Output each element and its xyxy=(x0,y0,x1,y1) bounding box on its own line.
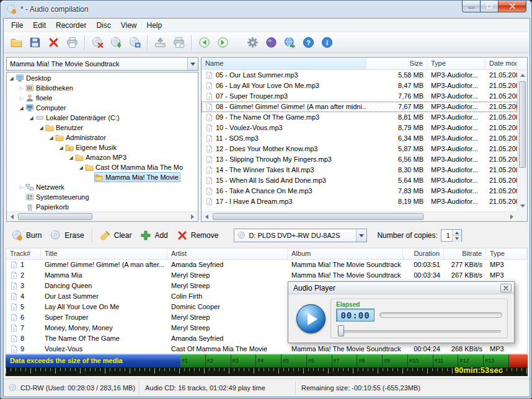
scroll-up-button[interactable] xyxy=(518,70,528,80)
file-row[interactable]: ♪15 - When All Is Said And Done.mp35,64 … xyxy=(202,175,517,186)
erase-disc-button[interactable] xyxy=(89,34,106,51)
file-row[interactable]: ♪11 - SOS.mp36,34 MBMP3-Audiofor...21.05… xyxy=(202,133,517,144)
file-row[interactable]: ♪12 - Does Your Mother Know.mp35,87 MBMP… xyxy=(202,144,517,154)
language-button[interactable] xyxy=(262,34,280,51)
scroll-right-button[interactable] xyxy=(507,212,517,222)
file-column-header[interactable]: Type xyxy=(427,58,485,69)
track-column-header[interactable]: Type xyxy=(486,248,527,259)
settings-button[interactable] xyxy=(244,34,261,51)
file-row[interactable]: ♪17 - I Have A Dream.mp38,19 MBMP3-Audio… xyxy=(202,196,517,207)
file-row[interactable]: ♪05 - Our Last Summer.mp35,58 MBMP3-Audi… xyxy=(202,70,517,81)
track-row[interactable]: ♪2Mamma MiaMeryl StreepMamma Mia! The Mo… xyxy=(6,270,527,281)
tree-item[interactable]: ◢Lokaler Datenträger (C:) xyxy=(7,113,198,123)
scroll-left-button[interactable] xyxy=(7,212,17,222)
file-row[interactable]: ♪14 - The Winner Takes It All.mp38,30 MB… xyxy=(202,165,517,175)
expander-expanded-icon[interactable]: ◢ xyxy=(18,105,25,111)
expander-expanded-icon[interactable]: ◢ xyxy=(28,115,35,121)
track-row[interactable]: ♪9Voulez-VousCast Of Mamma Mia The Movie… xyxy=(6,344,527,353)
expander-collapsed-icon[interactable]: ▷ xyxy=(18,95,25,101)
remove-button[interactable]: Remove xyxy=(172,227,223,243)
scrollbar-thumb[interactable] xyxy=(213,213,423,220)
track-column-header[interactable]: Album xyxy=(288,248,403,259)
copies-spinner[interactable]: 1 xyxy=(441,229,462,242)
expander-expanded-icon[interactable]: ◢ xyxy=(48,135,55,141)
file-row[interactable]: ♪09 - The Name Of The Game.mp38,81 MBMP3… xyxy=(202,112,517,123)
burn-button[interactable]: Burn xyxy=(7,227,46,243)
device-combo-dropdown-button[interactable] xyxy=(356,229,366,242)
folder-combo[interactable]: Mamma Mia! The Movie Soundtrack xyxy=(6,57,198,71)
file-list-vertical-scrollbar[interactable] xyxy=(517,70,527,211)
file-row[interactable]: ♪10 - Voulez-Vous.mp38,79 MBMP3-Audiofor… xyxy=(202,123,517,133)
menu-view[interactable]: View xyxy=(116,19,142,32)
clear-button[interactable]: Clear xyxy=(95,227,136,243)
tree-item[interactable]: ◢♪Eigene Musik xyxy=(7,142,198,152)
track-column-header[interactable]: Track# xyxy=(6,248,41,259)
expander-expanded-icon[interactable]: ◢ xyxy=(38,125,45,131)
close-button[interactable] xyxy=(498,1,526,12)
slider-track[interactable] xyxy=(337,330,501,333)
tree-item[interactable]: ◢Amazon MP3 xyxy=(7,152,198,162)
scrollbar-track[interactable] xyxy=(518,80,527,201)
menu-help[interactable]: Help xyxy=(142,19,167,32)
history-forward-button[interactable] xyxy=(214,34,231,51)
scrollbar-thumb[interactable] xyxy=(18,213,92,220)
expander-expanded-icon[interactable]: ◢ xyxy=(78,165,84,170)
copy-disc-button[interactable] xyxy=(126,34,143,51)
minimize-button[interactable] xyxy=(462,1,481,12)
spinner-up-button[interactable] xyxy=(453,230,461,235)
tree-item[interactable]: ◢Administrator xyxy=(7,133,198,142)
expander-expanded-icon[interactable]: ◢ xyxy=(68,155,74,160)
import-session-button[interactable] xyxy=(107,34,125,51)
scrollbar-track[interactable] xyxy=(211,212,507,221)
track-row[interactable]: ♪1Gimme! Gimme! Gimme! (A man after...Am… xyxy=(6,260,527,270)
history-back-button[interactable] xyxy=(195,34,213,51)
file-list-horizontal-scrollbar[interactable] xyxy=(202,211,517,221)
file-row[interactable]: ♪06 - Lay All Your Love On Me.mp38,47 MB… xyxy=(202,81,517,91)
tree-item[interactable]: Papierkorb xyxy=(7,202,198,211)
tree-item[interactable]: Mamma Mia! The Movie xyxy=(7,172,198,182)
save-compilation-button[interactable] xyxy=(26,34,43,51)
device-combo[interactable]: D: PLDS DVD+-RW DU-8A2S xyxy=(234,229,367,242)
spinner-down-button[interactable] xyxy=(453,235,461,242)
website-button[interactable] xyxy=(281,34,298,51)
erase-button[interactable]: Erase xyxy=(46,227,88,243)
expander-expanded-icon[interactable]: ◢ xyxy=(8,76,15,81)
file-column-header[interactable]: Date mod... xyxy=(485,58,517,69)
menu-file[interactable]: File xyxy=(6,19,28,32)
copies-value[interactable]: 1 xyxy=(441,230,452,241)
menu-disc[interactable]: Disc xyxy=(91,19,115,32)
menu-recorder[interactable]: Recorder xyxy=(51,19,91,32)
tree-item[interactable]: ◢Benutzer xyxy=(7,123,198,133)
file-column-header[interactable]: Size xyxy=(366,58,427,69)
tree-item[interactable]: ◢Computer xyxy=(7,103,198,113)
scroll-right-button[interactable] xyxy=(188,212,198,222)
scrollbar-track[interactable] xyxy=(17,212,188,221)
maximize-button[interactable] xyxy=(481,1,498,12)
add-button[interactable]: Add xyxy=(136,227,172,243)
eject-tray-button[interactable] xyxy=(151,34,169,51)
file-row[interactable]: ♪07 - Super Trouper.mp37,76 MBMP3-Audiof… xyxy=(202,91,517,102)
tree-horizontal-scrollbar[interactable] xyxy=(7,211,198,221)
tree-item[interactable]: ▷floele xyxy=(7,93,198,103)
scrollbar-thumb[interactable] xyxy=(519,81,526,168)
scroll-left-button[interactable] xyxy=(202,212,211,222)
help-button[interactable]: ? xyxy=(299,34,317,51)
slider-thumb[interactable] xyxy=(338,325,344,336)
tree-item[interactable]: ▷Bibliotheken xyxy=(7,83,198,93)
expander-collapsed-icon[interactable]: ▷ xyxy=(18,86,25,91)
seek-slider[interactable] xyxy=(336,325,502,337)
about-button[interactable]: i xyxy=(318,34,335,51)
track-column-header[interactable]: Bitrate xyxy=(444,248,486,259)
file-row[interactable]: ♪08 - Gimme! Gimme! Gimme! (A man after … xyxy=(202,102,517,112)
tree-item[interactable]: ▷Netzwerk xyxy=(7,182,198,192)
print-button[interactable] xyxy=(63,34,81,51)
track-column-header[interactable]: Artist xyxy=(167,248,288,259)
file-row[interactable]: ♪16 - Take A Chance On Me.mp37,83 MBMP3-… xyxy=(202,186,517,196)
folder-combo-dropdown-button[interactable] xyxy=(187,58,198,70)
play-button[interactable] xyxy=(296,304,326,333)
scroll-down-button[interactable] xyxy=(518,201,528,211)
track-column-header[interactable]: Duration xyxy=(403,248,444,259)
file-column-header[interactable]: Name xyxy=(202,58,366,69)
tree-item[interactable]: ◢Desktop xyxy=(7,73,198,83)
new-compilation-button[interactable] xyxy=(7,34,25,51)
